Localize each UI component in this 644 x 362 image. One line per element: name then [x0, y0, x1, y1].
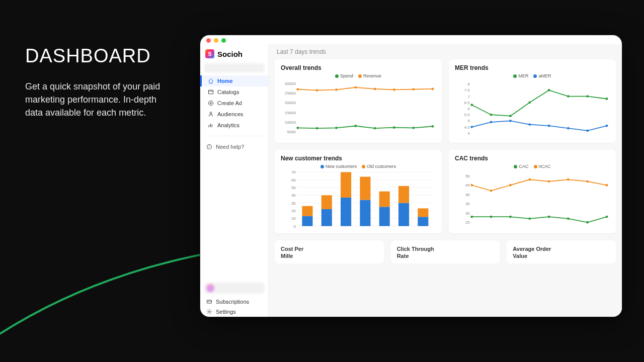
svg-text:70: 70: [291, 170, 296, 174]
section-title: Last 7 days trends: [277, 48, 616, 55]
svg-text:8: 8: [467, 82, 470, 86]
user-card[interactable]: [204, 283, 264, 294]
svg-text:50: 50: [465, 174, 470, 178]
svg-rect-87: [398, 203, 409, 226]
sidebar-item-home[interactable]: Home: [200, 75, 268, 86]
svg-text:40: 40: [291, 193, 296, 198]
svg-point-47: [509, 115, 512, 117]
close-icon[interactable]: [206, 38, 211, 43]
sidebar-item-label: Settings: [216, 309, 236, 315]
svg-point-52: [606, 98, 608, 100]
chart-card-mer: MER trendsMERaMER44.555.566.577.58: [449, 59, 616, 143]
chart-card-overall: Overall trendsSpendRevenue50001000015000…: [275, 59, 442, 143]
svg-point-59: [586, 130, 589, 132]
svg-text:6: 6: [467, 107, 470, 111]
svg-point-30: [335, 88, 338, 91]
svg-point-46: [490, 114, 493, 116]
sidebar-item-label: Catalogs: [217, 89, 239, 95]
sidebar-item-label: Analytics: [217, 122, 239, 128]
account-selector[interactable]: [204, 63, 264, 72]
chart-legend: New customersOld customers: [281, 164, 436, 169]
home-icon: [208, 78, 214, 84]
svg-point-50: [567, 95, 570, 98]
window-titlebar: [200, 35, 622, 44]
brand-logo-icon: S: [205, 49, 214, 58]
svg-point-112: [606, 184, 608, 187]
svg-text:15000: 15000: [285, 111, 296, 115]
svg-rect-11: [207, 300, 212, 303]
svg-rect-88: [398, 186, 409, 203]
sidebar-item-catalogs[interactable]: Catalogs: [200, 86, 268, 98]
svg-text:5.5: 5.5: [464, 113, 470, 117]
svg-point-99: [509, 216, 512, 218]
svg-text:0: 0: [293, 224, 296, 229]
svg-point-56: [528, 123, 531, 126]
sidebar-item-create-ad[interactable]: Create Ad: [200, 98, 268, 109]
need-help-link[interactable]: ? Need help?: [200, 141, 268, 152]
chart-svg: 44.555.566.577.58: [455, 79, 610, 139]
svg-rect-78: [302, 206, 312, 216]
svg-text:?: ?: [208, 145, 210, 148]
svg-rect-0: [209, 90, 213, 94]
sidebar-item-subscriptions[interactable]: Subscriptions: [200, 297, 268, 307]
minimize-icon[interactable]: [214, 38, 218, 43]
svg-text:20: 20: [291, 209, 296, 213]
svg-point-54: [490, 121, 493, 123]
svg-rect-85: [379, 207, 390, 226]
svg-point-24: [374, 127, 376, 130]
sidebar-item-analytics[interactable]: Analytics: [200, 120, 268, 131]
maximize-icon[interactable]: [221, 38, 226, 43]
svg-point-45: [470, 104, 473, 106]
metric-card-average-order-value[interactable]: Average OrderValue: [507, 240, 616, 263]
svg-point-49: [548, 89, 550, 92]
chart-title: CAC trends: [455, 155, 610, 162]
chart-legend: CACnCAC: [455, 164, 610, 169]
svg-point-60: [606, 125, 608, 127]
metric-card-click-through-rate[interactable]: Click ThroughRate: [391, 240, 500, 263]
avatar: [206, 284, 214, 292]
sidebar-item-label: Audiences: [217, 111, 243, 117]
svg-text:10000: 10000: [285, 120, 296, 125]
svg-point-101: [548, 216, 550, 218]
sidebar-item-audiences[interactable]: Audiences: [200, 109, 268, 120]
svg-rect-86: [379, 192, 390, 207]
svg-point-21: [316, 127, 318, 130]
svg-rect-89: [418, 217, 428, 226]
svg-text:7.5: 7.5: [464, 88, 470, 93]
help-icon: ?: [206, 144, 212, 150]
svg-text:20000: 20000: [285, 101, 296, 105]
svg-rect-77: [302, 216, 312, 226]
svg-text:60: 60: [291, 178, 296, 183]
svg-point-104: [606, 216, 608, 218]
svg-point-57: [548, 125, 550, 127]
app-window: S Socioh HomeCatalogsCreate AdAudiencesA…: [200, 35, 622, 317]
sidebar: S Socioh HomeCatalogsCreate AdAudiencesA…: [200, 44, 269, 317]
chart-legend: SpendRevenue: [281, 73, 436, 78]
brand: S Socioh: [200, 47, 268, 63]
svg-rect-82: [341, 172, 351, 198]
chart-title: MER trends: [455, 64, 610, 71]
settings-icon: [206, 309, 212, 315]
svg-text:45: 45: [465, 183, 470, 188]
sidebar-item-settings[interactable]: Settings: [200, 307, 268, 317]
svg-point-103: [586, 221, 589, 224]
svg-text:25000: 25000: [285, 91, 296, 96]
svg-rect-79: [321, 209, 332, 226]
promo-subtitle: Get a quick snapshot of your paid market…: [25, 80, 176, 119]
svg-text:4: 4: [467, 131, 470, 136]
svg-text:25: 25: [465, 220, 470, 225]
metric-card-cost-per-mille[interactable]: Cost PerMille: [275, 240, 384, 263]
chart-card-new_customers: New customer trendsNew customersOld cust…: [275, 150, 442, 233]
sidebar-item-label: Create Ad: [217, 100, 242, 106]
svg-point-13: [209, 311, 210, 313]
svg-point-58: [567, 127, 570, 130]
main-content: Last 7 days trends Overall trendsSpendRe…: [269, 44, 622, 317]
brand-name: Socioh: [217, 50, 243, 58]
svg-point-106: [490, 190, 493, 192]
svg-text:30000: 30000: [285, 81, 296, 86]
svg-text:7: 7: [467, 95, 470, 99]
svg-point-102: [567, 217, 570, 220]
svg-point-29: [316, 89, 318, 92]
chart-svg: 253035404550: [455, 170, 610, 229]
main-nav: HomeCatalogsCreate AdAudiencesAnalytics: [200, 75, 268, 131]
